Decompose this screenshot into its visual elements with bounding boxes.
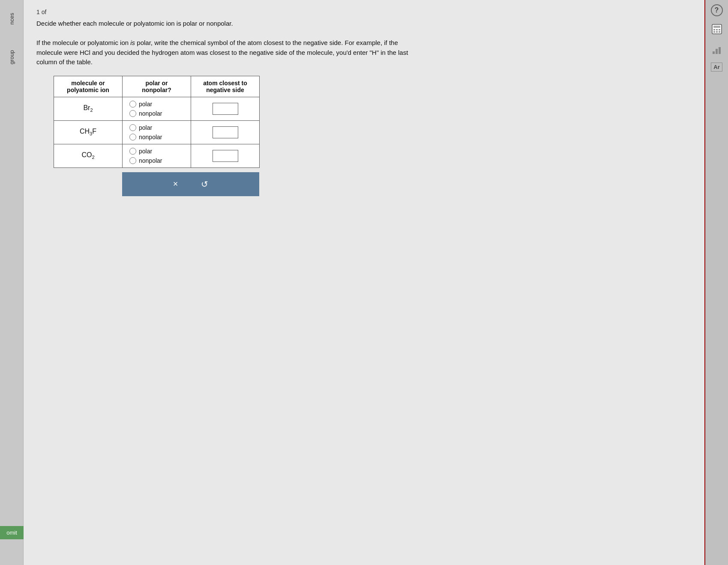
- polar-radio-br2[interactable]: [129, 101, 136, 108]
- svg-rect-7: [719, 31, 720, 33]
- action-row: × ↺: [122, 172, 259, 196]
- svg-rect-9: [716, 49, 718, 54]
- polar-cell-co2: polar nonpolar: [123, 144, 191, 167]
- left-sidebar: nces group omit: [0, 0, 24, 565]
- radio-group-br2: polar nonpolar: [129, 101, 184, 117]
- nonpolar-radio-ch3f[interactable]: [129, 134, 136, 141]
- svg-rect-3: [716, 29, 718, 30]
- svg-rect-6: [716, 31, 718, 33]
- atom-cell-br2: [191, 97, 260, 120]
- clear-button[interactable]: ×: [168, 177, 183, 191]
- atom-cell-ch3f: [191, 120, 260, 144]
- nonpolar-radio-co2[interactable]: [129, 157, 136, 164]
- bar-chart-icon[interactable]: [709, 42, 725, 57]
- help-button[interactable]: ?: [711, 4, 723, 16]
- nonpolar-option-co2[interactable]: nonpolar: [129, 157, 162, 164]
- page-indicator: 1 of: [36, 9, 692, 15]
- nonpolar-radio-br2[interactable]: [129, 110, 136, 117]
- nonpolar-label-br2: nonpolar: [139, 110, 162, 117]
- radio-group-ch3f: polar nonpolar: [129, 124, 184, 141]
- polar-label-ch3f: polar: [139, 124, 152, 131]
- molecule-table: molecule orpolyatomic ion polar ornonpol…: [54, 76, 260, 168]
- instructions-title: Decide whether each molecule or polyatom…: [36, 20, 233, 27]
- svg-rect-8: [713, 51, 715, 54]
- nonpolar-label-ch3f: nonpolar: [139, 134, 162, 141]
- svg-rect-10: [719, 47, 721, 54]
- radio-group-co2: polar nonpolar: [129, 148, 184, 164]
- calculator-icon[interactable]: [709, 21, 725, 37]
- polar-radio-ch3f[interactable]: [129, 124, 136, 131]
- nces-label: nces: [9, 13, 15, 24]
- table-row: Br2 polar nonpolar: [54, 97, 260, 120]
- header-molecule: molecule orpolyatomic ion: [54, 76, 123, 97]
- main-content: 1 of Decide whether each molecule or pol…: [24, 0, 704, 565]
- header-atom: atom closest tonegative side: [191, 76, 260, 97]
- omit-button[interactable]: omit: [0, 526, 24, 539]
- polar-option-co2[interactable]: polar: [129, 148, 152, 155]
- ar-label: Ar: [713, 64, 719, 70]
- svg-rect-2: [713, 29, 715, 30]
- nonpolar-option-br2[interactable]: nonpolar: [129, 110, 162, 117]
- table-row: CO2 polar nonpolar: [54, 144, 260, 167]
- polar-label-co2: polar: [139, 148, 152, 155]
- group-label: group: [9, 50, 15, 64]
- instructions-body: If the molecule or polyatomic ion is pol…: [36, 39, 408, 66]
- atom-input-br2[interactable]: [213, 103, 238, 115]
- right-sidebar: ? Ar: [704, 0, 728, 565]
- svg-rect-5: [713, 31, 715, 33]
- polar-cell-ch3f: polar nonpolar: [123, 120, 191, 144]
- table-row: CH3F polar nonpolar: [54, 120, 260, 144]
- question-table-container: molecule orpolyatomic ion polar ornonpol…: [54, 76, 692, 196]
- atom-input-co2[interactable]: [213, 150, 238, 162]
- instructions: Decide whether each molecule or polyatom…: [36, 19, 422, 67]
- polar-option-br2[interactable]: polar: [129, 101, 152, 108]
- molecule-co2: CO2: [54, 144, 123, 167]
- nonpolar-label-co2: nonpolar: [139, 157, 162, 164]
- svg-rect-4: [719, 29, 720, 30]
- header-polar: polar ornonpolar?: [123, 76, 191, 97]
- polar-option-ch3f[interactable]: polar: [129, 124, 152, 131]
- polar-radio-co2[interactable]: [129, 148, 136, 155]
- nonpolar-option-ch3f[interactable]: nonpolar: [129, 134, 162, 141]
- atom-cell-co2: [191, 144, 260, 167]
- polar-cell-br2: polar nonpolar: [123, 97, 191, 120]
- polar-label-br2: polar: [139, 101, 152, 108]
- periodic-table-icon[interactable]: Ar: [711, 63, 722, 72]
- atom-input-ch3f[interactable]: [213, 126, 238, 138]
- molecule-br2: Br2: [54, 97, 123, 120]
- refresh-button[interactable]: ↺: [196, 177, 213, 191]
- svg-rect-1: [713, 26, 720, 28]
- molecule-ch3f: CH3F: [54, 120, 123, 144]
